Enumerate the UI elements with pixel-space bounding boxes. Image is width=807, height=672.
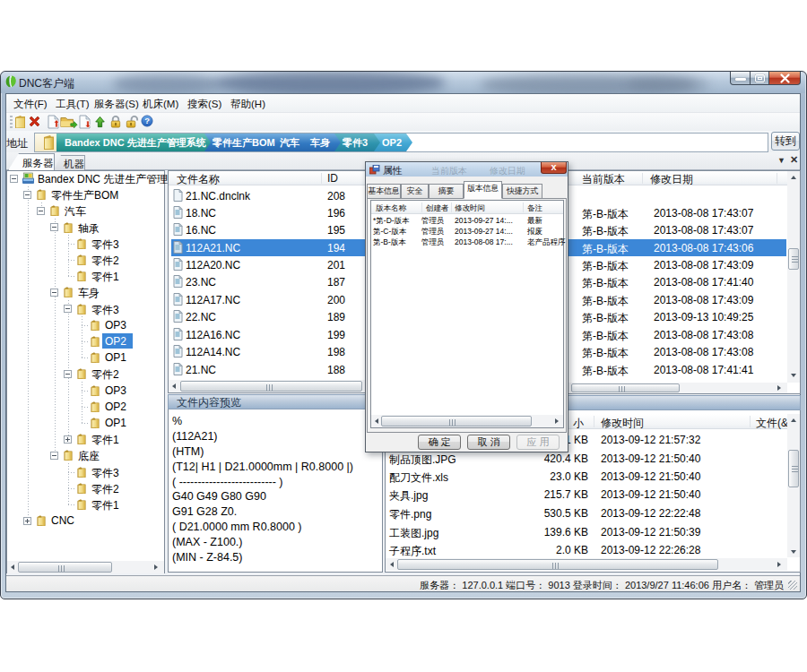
svg-text:?: ? xyxy=(144,116,150,125)
